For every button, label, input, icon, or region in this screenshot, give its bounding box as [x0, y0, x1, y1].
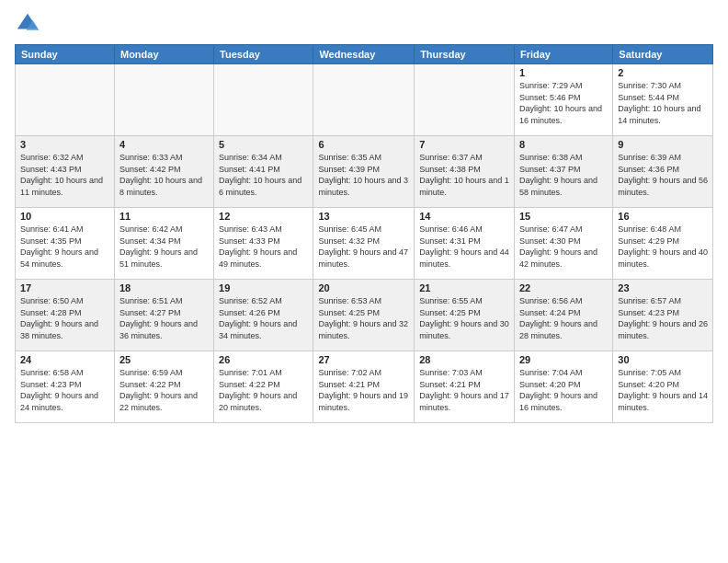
day-number: 26	[219, 354, 308, 365]
calendar-cell	[16, 64, 115, 136]
calendar-cell: 21Sunrise: 6:55 AM Sunset: 4:25 PM Dayli…	[415, 280, 515, 351]
calendar-cell: 13Sunrise: 6:45 AM Sunset: 4:32 PM Dayli…	[313, 208, 415, 280]
day-header-tuesday: Tuesday	[214, 45, 313, 64]
day-header-saturday: Saturday	[613, 45, 713, 64]
calendar-cell: 15Sunrise: 6:47 AM Sunset: 4:30 PM Dayli…	[514, 208, 612, 280]
day-info: Sunrise: 6:37 AM Sunset: 4:38 PM Dayligh…	[419, 152, 509, 198]
calendar-cell	[313, 64, 415, 136]
day-number: 28	[419, 354, 509, 365]
day-info: Sunrise: 6:39 AM Sunset: 4:36 PM Dayligh…	[618, 152, 708, 198]
calendar-cell: 3Sunrise: 6:32 AM Sunset: 4:43 PM Daylig…	[16, 136, 115, 208]
day-info: Sunrise: 6:46 AM Sunset: 4:31 PM Dayligh…	[419, 224, 509, 270]
calendar-cell	[214, 64, 313, 136]
day-number: 4	[119, 139, 209, 150]
day-info: Sunrise: 6:42 AM Sunset: 4:34 PM Dayligh…	[119, 224, 209, 270]
calendar-cell: 12Sunrise: 6:43 AM Sunset: 4:33 PM Dayli…	[214, 208, 313, 280]
day-info: Sunrise: 6:56 AM Sunset: 4:24 PM Dayligh…	[519, 295, 608, 341]
day-header-monday: Monday	[114, 45, 213, 64]
day-info: Sunrise: 6:52 AM Sunset: 4:26 PM Dayligh…	[219, 295, 308, 341]
day-number: 5	[219, 139, 308, 150]
calendar-cell: 24Sunrise: 6:58 AM Sunset: 4:23 PM Dayli…	[16, 351, 115, 423]
calendar-cell: 22Sunrise: 6:56 AM Sunset: 4:24 PM Dayli…	[514, 280, 612, 351]
day-info: Sunrise: 7:03 AM Sunset: 4:21 PM Dayligh…	[419, 367, 509, 413]
calendar-cell: 14Sunrise: 6:46 AM Sunset: 4:31 PM Dayli…	[415, 208, 515, 280]
calendar-cell: 29Sunrise: 7:04 AM Sunset: 4:20 PM Dayli…	[514, 351, 612, 423]
calendar-cell: 25Sunrise: 6:59 AM Sunset: 4:22 PM Dayli…	[114, 351, 213, 423]
calendar-cell: 4Sunrise: 6:33 AM Sunset: 4:42 PM Daylig…	[114, 136, 213, 208]
day-number: 9	[618, 139, 708, 150]
day-info: Sunrise: 6:35 AM Sunset: 4:39 PM Dayligh…	[318, 152, 409, 198]
day-info: Sunrise: 7:30 AM Sunset: 5:44 PM Dayligh…	[618, 80, 708, 126]
day-number: 23	[618, 282, 708, 293]
calendar-cell: 26Sunrise: 7:01 AM Sunset: 4:22 PM Dayli…	[214, 351, 313, 423]
day-number: 30	[618, 354, 708, 365]
day-info: Sunrise: 6:32 AM Sunset: 4:43 PM Dayligh…	[20, 152, 109, 198]
calendar-cell: 16Sunrise: 6:48 AM Sunset: 4:29 PM Dayli…	[613, 208, 713, 280]
calendar-cell	[415, 64, 515, 136]
day-info: Sunrise: 6:34 AM Sunset: 4:41 PM Dayligh…	[219, 152, 308, 198]
calendar-table: SundayMondayTuesdayWednesdayThursdayFrid…	[15, 44, 713, 423]
day-info: Sunrise: 6:58 AM Sunset: 4:23 PM Dayligh…	[20, 367, 109, 413]
day-info: Sunrise: 6:33 AM Sunset: 4:42 PM Dayligh…	[119, 152, 209, 198]
day-info: Sunrise: 6:48 AM Sunset: 4:29 PM Dayligh…	[618, 224, 708, 270]
day-info: Sunrise: 7:29 AM Sunset: 5:46 PM Dayligh…	[519, 80, 608, 126]
calendar-header-row: SundayMondayTuesdayWednesdayThursdayFrid…	[16, 45, 713, 64]
day-number: 7	[419, 139, 509, 150]
day-info: Sunrise: 6:41 AM Sunset: 4:35 PM Dayligh…	[20, 224, 109, 270]
day-number: 22	[519, 282, 608, 293]
day-number: 15	[519, 211, 608, 222]
calendar-cell: 28Sunrise: 7:03 AM Sunset: 4:21 PM Dayli…	[415, 351, 515, 423]
header	[15, 11, 713, 37]
calendar-cell: 9Sunrise: 6:39 AM Sunset: 4:36 PM Daylig…	[613, 136, 713, 208]
day-number: 21	[419, 282, 509, 293]
calendar-cell: 11Sunrise: 6:42 AM Sunset: 4:34 PM Dayli…	[114, 208, 213, 280]
calendar-cell: 1Sunrise: 7:29 AM Sunset: 5:46 PM Daylig…	[514, 64, 612, 136]
calendar-cell	[114, 64, 213, 136]
day-number: 18	[119, 282, 209, 293]
day-number: 14	[419, 211, 509, 222]
day-info: Sunrise: 6:59 AM Sunset: 4:22 PM Dayligh…	[119, 367, 209, 413]
day-number: 19	[219, 282, 308, 293]
day-info: Sunrise: 6:43 AM Sunset: 4:33 PM Dayligh…	[219, 224, 308, 270]
day-info: Sunrise: 7:02 AM Sunset: 4:21 PM Dayligh…	[318, 367, 409, 413]
day-info: Sunrise: 7:04 AM Sunset: 4:20 PM Dayligh…	[519, 367, 608, 413]
calendar-cell: 20Sunrise: 6:53 AM Sunset: 4:25 PM Dayli…	[313, 280, 415, 351]
day-number: 11	[119, 211, 209, 222]
day-info: Sunrise: 6:45 AM Sunset: 4:32 PM Dayligh…	[318, 224, 409, 270]
calendar-cell: 17Sunrise: 6:50 AM Sunset: 4:28 PM Dayli…	[16, 280, 115, 351]
calendar-cell: 27Sunrise: 7:02 AM Sunset: 4:21 PM Dayli…	[313, 351, 415, 423]
logo	[15, 11, 44, 37]
calendar-cell: 6Sunrise: 6:35 AM Sunset: 4:39 PM Daylig…	[313, 136, 415, 208]
day-number: 20	[318, 282, 409, 293]
page: SundayMondayTuesdayWednesdayThursdayFrid…	[0, 0, 728, 563]
day-number: 3	[20, 139, 109, 150]
day-number: 25	[119, 354, 209, 365]
calendar-cell: 30Sunrise: 7:05 AM Sunset: 4:20 PM Dayli…	[613, 351, 713, 423]
day-header-thursday: Thursday	[415, 45, 515, 64]
day-number: 1	[519, 67, 608, 78]
calendar-week-2: 3Sunrise: 6:32 AM Sunset: 4:43 PM Daylig…	[16, 136, 713, 208]
day-number: 13	[318, 211, 409, 222]
calendar-week-4: 17Sunrise: 6:50 AM Sunset: 4:28 PM Dayli…	[16, 280, 713, 351]
day-info: Sunrise: 6:57 AM Sunset: 4:23 PM Dayligh…	[618, 295, 708, 341]
logo-icon	[15, 11, 40, 37]
calendar-week-3: 10Sunrise: 6:41 AM Sunset: 4:35 PM Dayli…	[16, 208, 713, 280]
calendar-week-5: 24Sunrise: 6:58 AM Sunset: 4:23 PM Dayli…	[16, 351, 713, 423]
day-number: 12	[219, 211, 308, 222]
day-header-sunday: Sunday	[16, 45, 115, 64]
day-number: 24	[20, 354, 109, 365]
day-info: Sunrise: 7:05 AM Sunset: 4:20 PM Dayligh…	[618, 367, 708, 413]
day-number: 17	[20, 282, 109, 293]
day-number: 10	[20, 211, 109, 222]
calendar-week-1: 1Sunrise: 7:29 AM Sunset: 5:46 PM Daylig…	[16, 64, 713, 136]
day-info: Sunrise: 6:51 AM Sunset: 4:27 PM Dayligh…	[119, 295, 209, 341]
calendar-cell: 7Sunrise: 6:37 AM Sunset: 4:38 PM Daylig…	[415, 136, 515, 208]
day-number: 8	[519, 139, 608, 150]
day-info: Sunrise: 7:01 AM Sunset: 4:22 PM Dayligh…	[219, 367, 308, 413]
day-info: Sunrise: 6:53 AM Sunset: 4:25 PM Dayligh…	[318, 295, 409, 341]
day-number: 27	[318, 354, 409, 365]
calendar-cell: 19Sunrise: 6:52 AM Sunset: 4:26 PM Dayli…	[214, 280, 313, 351]
calendar-cell: 10Sunrise: 6:41 AM Sunset: 4:35 PM Dayli…	[16, 208, 115, 280]
day-number: 29	[519, 354, 608, 365]
day-header-friday: Friday	[514, 45, 612, 64]
